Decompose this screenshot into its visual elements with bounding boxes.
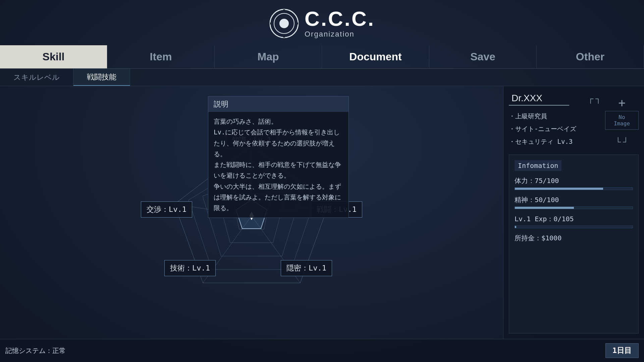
content-area: 知識：Lv.1 戦闘：Lv.1 隠密：Lv.1 技術：Lv.1 交渉：Lv.1 … — [0, 86, 644, 339]
subtab-combat-skill[interactable]: 戦闘技能 — [73, 69, 130, 86]
subtab-skill-level[interactable]: スキルレベル — [0, 69, 73, 86]
label-tech: 技術：Lv.1 — [164, 260, 216, 276]
money-label: 所持金：$1000 — [515, 234, 633, 243]
character-site: ・サイト-ニューベイズ — [509, 122, 601, 135]
hp-stat: 体力：75/100 — [515, 176, 633, 190]
money-stat: 所持金：$1000 — [515, 234, 633, 243]
bracket-tr: ┐ — [595, 94, 601, 103]
no-image-text: No Image — [614, 114, 630, 127]
tab-map[interactable]: Map — [215, 45, 322, 68]
bracket-br: ┘ — [623, 137, 629, 146]
left-panel: 知識：Lv.1 戦闘：Lv.1 隠密：Lv.1 技術：Lv.1 交渉：Lv.1 … — [0, 86, 503, 339]
character-info: ・上級研究員 ・サイト-ニューベイズ ・セキュリティ Lv.3 — [509, 110, 601, 148]
tab-item[interactable]: Item — [107, 45, 215, 68]
exp-label: Lv.1 Exp：0/105 — [515, 215, 633, 224]
mp-label: 精神：50/100 — [515, 195, 633, 204]
sub-tabs: スキルレベル 戦闘技能 — [0, 69, 644, 86]
bracket-bl: └ — [615, 137, 621, 146]
nav-tabs: Skill Item Map Document Save Other — [0, 45, 644, 69]
tab-other[interactable]: Other — [537, 45, 644, 68]
mp-bar-fill — [515, 207, 574, 209]
hp-bar-bg — [515, 187, 633, 190]
app-title: C.C.C. — [305, 8, 375, 29]
hp-bar-fill — [515, 188, 603, 190]
day-badge: 1日目 — [605, 343, 639, 358]
tab-save[interactable]: Save — [429, 45, 537, 68]
mp-stat: 精神：50/100 — [515, 195, 633, 209]
app-subtitle: Organization — [305, 30, 355, 39]
header: C.C.C. Organization — [0, 0, 644, 45]
character-role: ・上級研究員 — [509, 110, 601, 122]
logo: C.C.C. Organization — [269, 8, 375, 39]
description-header: 説明 — [208, 97, 348, 112]
info-section: Infomation 体力：75/100 精神：50/100 Lv.1 Exp：… — [509, 155, 639, 334]
character-security: ・セキュリティ Lv.3 — [509, 135, 601, 148]
exp-bar-bg — [515, 226, 633, 228]
system-status: 記憶システム：正常 — [5, 346, 66, 355]
exp-stat: Lv.1 Exp：0/105 — [515, 215, 633, 228]
label-negotiation: 交渉：Lv.1 — [141, 201, 192, 218]
logo-text: C.C.C. Organization — [305, 8, 375, 39]
description-box: 説明 言葉の巧みさ、話術。 Lv.に応じて会話で相手から情報を引き出したり、何か… — [208, 96, 349, 218]
bottom-bar: 記憶システム：正常 1日目 — [0, 339, 644, 362]
exp-bar-fill — [515, 226, 516, 228]
no-image-box: No Image — [605, 111, 639, 130]
svg-point-2 — [279, 19, 289, 28]
tab-document[interactable]: Document — [322, 45, 429, 68]
description-body: 言葉の巧みさ、話術。 Lv.に応じて会話で相手から情報を引き出したり、何かを依頼… — [208, 112, 348, 218]
character-name: Dr.XXX — [509, 92, 569, 106]
label-stealth: 隠密：Lv.1 — [281, 260, 332, 276]
plus-icon: + — [618, 97, 626, 109]
hp-label: 体力：75/100 — [515, 176, 633, 185]
tab-skill[interactable]: Skill — [0, 45, 107, 68]
info-header: Infomation — [515, 160, 561, 171]
ccc-logo-icon — [269, 8, 299, 39]
right-panel: Dr.XXX ┌ ┐ ・上級研究員 ・サイト-ニューベイズ ・セキュリティ Lv… — [503, 86, 644, 339]
bracket-tl: ┌ — [588, 94, 593, 103]
mp-bar-bg — [515, 206, 633, 209]
